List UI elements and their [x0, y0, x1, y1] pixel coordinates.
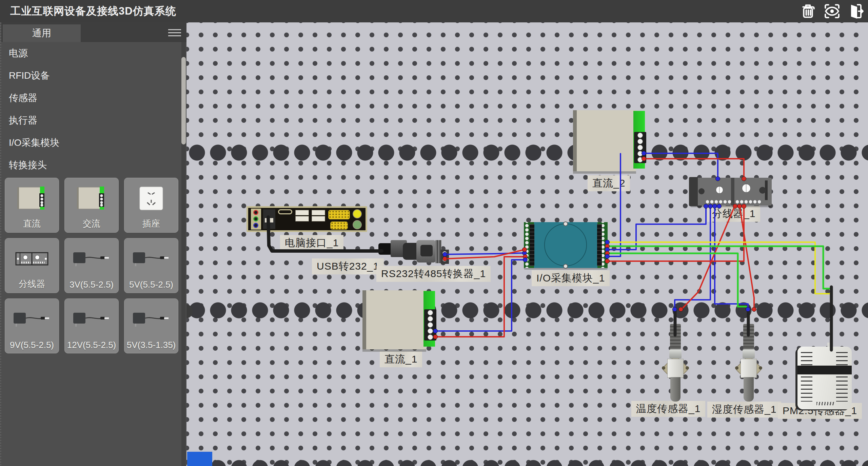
mount-hole [698, 188, 705, 194]
device-label: USB转232_1 [312, 258, 384, 274]
mount-hole [735, 366, 738, 370]
dc-icon [65, 181, 118, 215]
mount-hole [662, 366, 665, 370]
panel-slot [278, 209, 292, 214]
device-palette: 直流交流插座分线器3V(5.5-2.5)5V(5.5-2.5)9V(5.5-2.… [5, 178, 181, 353]
pegboard-dot-band [186, 144, 868, 161]
device-label: 湿度传感器_1 [707, 402, 781, 418]
usb-plug [378, 243, 392, 255]
palette-item[interactable]: 插座 [124, 178, 178, 233]
audio-jack-green [253, 216, 258, 221]
view-focus-icon[interactable] [823, 3, 842, 20]
device-dc-power-2[interactable] [573, 110, 645, 171]
sensor-band [797, 366, 852, 374]
mount-hole [686, 366, 689, 370]
screw [563, 221, 568, 226]
screw-terminal[interactable] [441, 250, 449, 264]
adapter-icon [124, 242, 178, 276]
screw [716, 186, 723, 194]
audio-jack-red [253, 210, 258, 215]
device-pm25-sensor[interactable] [797, 347, 852, 409]
adapter-icon [65, 302, 118, 336]
sidebar-item[interactable]: I/O采集模块 [1, 132, 178, 154]
exit-icon[interactable] [846, 3, 865, 20]
louver-right [836, 352, 848, 402]
device-label: 分线器_1 [707, 206, 760, 222]
palette-item-label: 交流 [65, 218, 118, 230]
palette-item[interactable]: 9V(5.5-2.5) [5, 298, 59, 353]
tab-general[interactable]: 通用 [3, 24, 81, 42]
sidebar-item[interactable]: 传感器 [1, 87, 178, 109]
ps2-port-green [353, 220, 362, 229]
label-panel [597, 224, 602, 266]
screw [742, 184, 751, 193]
vga-port [330, 221, 348, 230]
palette-item-label: 9V(5.5-2.5) [5, 340, 59, 350]
serial-port [328, 210, 350, 219]
adapter-icon [5, 302, 59, 336]
probe-clamp [741, 359, 757, 378]
terminal-dots[interactable] [705, 200, 732, 204]
pegboard-dot-band [186, 460, 868, 466]
palette-item-label: 插座 [124, 218, 178, 230]
palette-item-label: 5V(3.5-1.35) [124, 340, 178, 350]
sidebar-item[interactable]: 执行器 [1, 109, 178, 132]
hamburger-icon[interactable] [168, 27, 182, 37]
bottom-vents [816, 402, 834, 405]
sidebar-item[interactable]: 转换接头 [1, 154, 178, 176]
topbar: 工业互联网设备及接线3D仿真系统 [0, 0, 868, 22]
device-label: 电脑接口_1 [280, 235, 343, 251]
device-label: RS232转485转换器_1 [376, 266, 491, 282]
device-humidity-sensor[interactable] [734, 309, 763, 402]
dc-terminal-block[interactable] [634, 132, 646, 163]
device-label: 直流_1 [380, 351, 422, 367]
device-temp-sensor[interactable] [661, 309, 690, 402]
trash-icon[interactable] [799, 3, 818, 20]
mount-hole [759, 366, 762, 370]
device-label: 直流_2 [588, 175, 630, 191]
device-pc-panel[interactable] [246, 206, 367, 232]
app-title: 工业互联网设备及接线3D仿真系统 [10, 0, 176, 22]
socket-icon [124, 181, 178, 215]
probe-clamp [667, 359, 684, 378]
dc-body [362, 290, 426, 349]
sidebar-tab-row: 通用 [1, 22, 186, 42]
palette-item-label: 12V(5.5-2.5) [65, 340, 118, 350]
palette-item[interactable]: 直流 [5, 178, 59, 233]
palette-item[interactable]: 5V(5.5-2.5) [124, 238, 178, 293]
db9-socket [420, 245, 433, 256]
palette-item[interactable]: 3V(5.5-2.5) [64, 238, 119, 293]
adapter-icon [124, 302, 178, 336]
splitter-icon [5, 242, 59, 276]
ps2-port-yellow [353, 209, 362, 218]
palette-item[interactable]: 12V(5.5-2.5) [64, 298, 119, 353]
dc-body [573, 110, 636, 171]
module-circle [544, 224, 587, 266]
usb-block [263, 209, 275, 229]
device-splitter[interactable] [690, 178, 772, 206]
device-dc-power-1[interactable] [362, 290, 435, 349]
sidebar: 通用 电源RFID设备传感器执行器I/O采集模块转换接头 直流交流插座分线器3V… [0, 22, 186, 466]
probe-ribbed-top [743, 324, 754, 350]
category-menu: 电源RFID设备传感器执行器I/O采集模块转换接头 [1, 42, 178, 176]
palette-item[interactable]: 分线器 [5, 238, 59, 293]
probe-tip [744, 377, 754, 402]
palette-item[interactable]: 5V(3.5-1.35) [124, 298, 178, 353]
device-rs232-to-485[interactable] [403, 239, 449, 264]
app-window: 直流_2 分线器_1 电脑接口_1 USB转232_1 RS232转485转换器… [0, 0, 868, 466]
device-label: I/O采集模块_1 [532, 270, 610, 286]
sidebar-item[interactable]: 电源 [1, 42, 178, 64]
probe-ring [669, 349, 682, 358]
probe-tip [670, 377, 680, 402]
sidebar-scrollbar-thumb[interactable] [181, 57, 186, 144]
terminal-dots[interactable] [735, 200, 762, 204]
device-label: 温度传感器_1 [631, 401, 705, 417]
palette-item-label: 3V(5.5-2.5) [65, 279, 118, 290]
usb-port-pair [295, 209, 309, 224]
palette-item[interactable]: 交流 [64, 178, 119, 233]
blue-indicator [187, 452, 212, 466]
sidebar-item[interactable]: RFID设备 [1, 64, 178, 87]
adapter-icon [65, 242, 118, 276]
dc-terminal-block[interactable] [424, 309, 436, 341]
device-io-module[interactable] [524, 222, 608, 268]
